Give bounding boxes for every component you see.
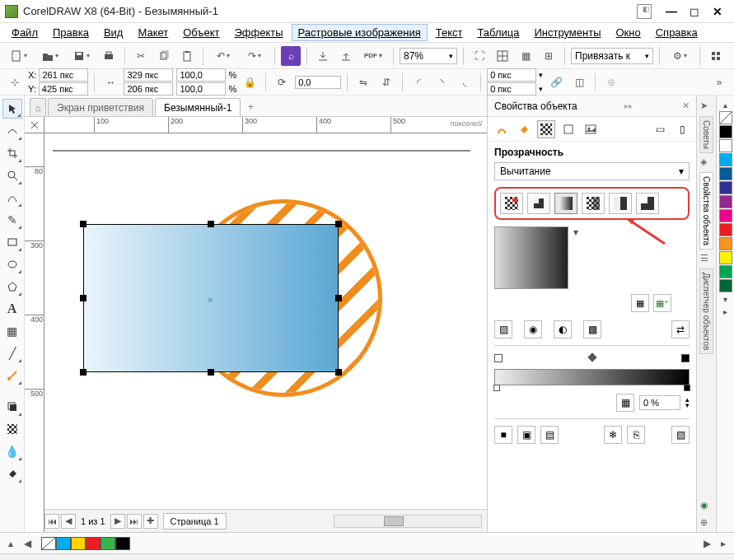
menu-edit[interactable]: Правка	[46, 24, 96, 41]
ellipse-tool[interactable]	[2, 254, 22, 274]
rotation-input[interactable]	[295, 76, 341, 89]
corner-link-button[interactable]: 🔗	[546, 72, 566, 92]
new-button[interactable]	[5, 46, 33, 66]
corner-chamfer-button[interactable]: ◟	[455, 72, 475, 92]
apply-fill-icon[interactable]: ■	[494, 426, 512, 444]
edit-transparency-icon[interactable]: ▨	[671, 426, 690, 444]
options-button[interactable]: ⚙	[666, 46, 694, 66]
handle-e[interactable]	[335, 295, 342, 301]
horizontal-ruler[interactable]: 100 200 300 400 500 пикселей	[44, 117, 487, 133]
height-input[interactable]	[124, 82, 173, 96]
uniform-transparency-button[interactable]	[527, 193, 550, 214]
corner-x-input[interactable]	[487, 68, 536, 82]
maximize-button[interactable]: ◻	[683, 3, 706, 20]
corner-scallop-button[interactable]: ◝	[432, 72, 451, 92]
guides-button[interactable]: ▦	[516, 46, 535, 66]
object-manager-tab[interactable]: Диспетчер объектов	[699, 268, 713, 354]
center-marker[interactable]: ×	[208, 295, 216, 303]
cut-button[interactable]: ✂	[131, 46, 151, 66]
blend-mode-dropdown[interactable]: Вычитание▾	[494, 162, 690, 180]
import-button[interactable]	[313, 46, 333, 66]
opacity-input[interactable]	[639, 395, 680, 410]
preset-add-icon[interactable]: ▦	[631, 294, 649, 312]
doc-palette-up[interactable]: ▴	[3, 536, 18, 551]
end-node-icon[interactable]	[681, 354, 690, 362]
print-button[interactable]	[99, 46, 119, 66]
bitmap-icon[interactable]	[582, 120, 600, 138]
corner-y-input[interactable]	[487, 82, 536, 96]
canvas[interactable]: ×	[44, 133, 487, 509]
freeze-icon[interactable]: ❄	[604, 426, 622, 444]
eyedropper-tool[interactable]: 💧	[2, 441, 22, 461]
transparency-icon[interactable]	[537, 120, 555, 138]
polygon-tool[interactable]	[2, 277, 22, 296]
search-button[interactable]: ⌕	[281, 46, 301, 66]
fountain-transparency-button[interactable]	[554, 193, 577, 214]
crop-tool[interactable]	[2, 143, 22, 163]
menu-view[interactable]: Вид	[97, 24, 130, 41]
doc-swatch[interactable]	[56, 537, 71, 550]
snap-dropdown[interactable]: Привязать к▾	[571, 48, 653, 64]
open-button[interactable]	[36, 46, 64, 66]
text-tool[interactable]: A	[2, 299, 22, 319]
handle-sw[interactable]	[80, 369, 86, 376]
y-input[interactable]	[39, 82, 88, 96]
docker-pointer-icon[interactable]: ➤	[700, 100, 713, 114]
add-button[interactable]: ⊕	[601, 72, 621, 92]
color-swatch[interactable]	[719, 237, 732, 250]
table-tool[interactable]: ▦	[2, 321, 22, 341]
menu-bitmaps[interactable]: Растровые изображения	[292, 24, 428, 41]
launcher-button[interactable]	[706, 46, 726, 66]
object-props-tab[interactable]: Свойства объекта	[699, 172, 713, 250]
scale-y-input[interactable]	[176, 82, 226, 96]
color-swatch[interactable]	[719, 265, 732, 278]
color-swatch[interactable]	[719, 153, 732, 166]
lock-ratio-button[interactable]: 🔒	[240, 72, 259, 92]
color-swatch[interactable]	[719, 181, 732, 194]
minimize-button[interactable]: ―	[660, 3, 683, 20]
first-page-button[interactable]: ⏮	[44, 514, 59, 529]
save-button[interactable]	[68, 46, 96, 66]
color-swatch[interactable]	[719, 125, 732, 138]
menu-file[interactable]: Файл	[5, 24, 44, 41]
view-a-icon[interactable]: ▭	[651, 120, 669, 138]
ruler-origin[interactable]	[25, 117, 44, 133]
page-tab[interactable]: Страница 1	[163, 513, 227, 530]
handle-se[interactable]	[335, 369, 342, 376]
doc-nocolor[interactable]	[41, 537, 56, 550]
panel-close-icon[interactable]: ✕	[680, 100, 690, 111]
apply-outline-icon[interactable]: ▣	[517, 426, 535, 444]
h-scrollbar[interactable]	[334, 515, 482, 528]
prev-page-button[interactable]: ◀	[61, 514, 76, 529]
handle-w[interactable]	[80, 295, 86, 301]
outline-icon[interactable]	[493, 120, 511, 138]
frame-icon[interactable]	[559, 120, 577, 138]
pick-tool[interactable]	[2, 99, 22, 119]
docker-diamond-icon[interactable]: ◈	[700, 156, 713, 170]
dimension-tool[interactable]: ╱	[2, 343, 22, 363]
color-swatch[interactable]	[719, 139, 732, 152]
handle-s[interactable]	[208, 369, 214, 376]
notification-badge-icon[interactable]: ◧	[637, 4, 652, 19]
last-page-button[interactable]: ⏭	[127, 514, 142, 529]
no-color-swatch[interactable]	[719, 111, 732, 124]
artistic-tool[interactable]: ✎	[2, 210, 22, 230]
welcome-tab[interactable]: Экран приветствия	[48, 98, 153, 116]
twocolor-transparency-button[interactable]	[609, 193, 632, 214]
color-swatch[interactable]	[719, 209, 732, 222]
fullscreen-button[interactable]: ⛶	[470, 46, 489, 66]
doc-swatch[interactable]	[115, 537, 130, 550]
zoom-input[interactable]: 87%▾	[400, 48, 457, 64]
color-swatch[interactable]	[719, 279, 732, 292]
menu-table[interactable]: Таблица	[470, 24, 526, 41]
fill-icon[interactable]	[515, 120, 533, 138]
gradient-picker-button[interactable]: ▾	[573, 226, 585, 238]
conical-gradient-button[interactable]: ◐	[554, 320, 572, 338]
pdf-button[interactable]: PDF	[359, 46, 387, 66]
rectangle-tool[interactable]	[2, 232, 22, 252]
menu-layout[interactable]: Макет	[131, 24, 175, 41]
gradient-swatch[interactable]	[494, 226, 568, 289]
color-swatch[interactable]	[719, 223, 732, 236]
reverse-gradient-button[interactable]: ⇄	[671, 320, 690, 338]
palette-menu-button[interactable]: ▸	[723, 307, 727, 316]
